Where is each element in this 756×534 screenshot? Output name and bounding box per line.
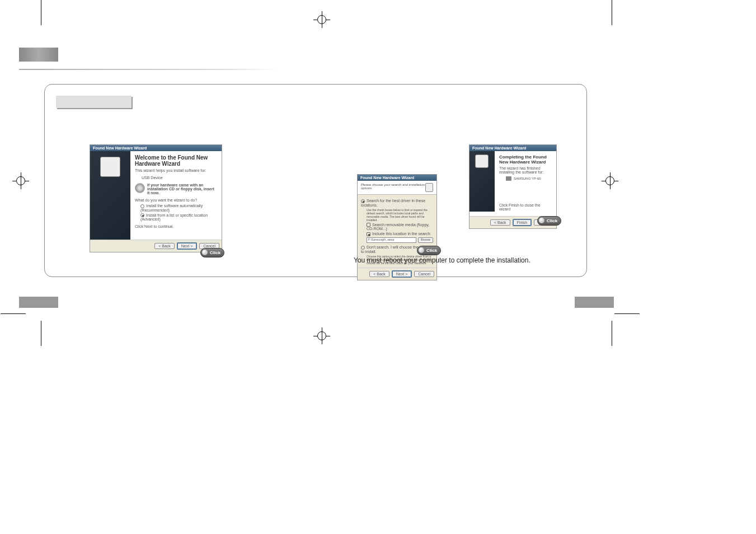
browse-button[interactable]: Browse: [418, 237, 433, 243]
crop-mark: [41, 321, 41, 346]
back-button[interactable]: < Back: [490, 219, 510, 226]
wizard-intro: This wizard helps you install software f…: [135, 168, 217, 172]
path-input[interactable]: F:\Samsung\fr_setup: [367, 237, 416, 243]
wizard-titlebar: Found New Hardware Wizard: [358, 175, 436, 181]
search-description: Use the check boxes below to limit or ex…: [367, 208, 433, 222]
wizard-header-text: Please choose your search and installati…: [361, 183, 425, 192]
close-hint: Click Finish to close the wizard: [499, 203, 552, 211]
footer-bar-right: [575, 297, 614, 308]
wizard-heading: Completing the Found New Hardware Wizard: [499, 154, 552, 165]
checkbox-include-location[interactable]: Include this location in the search:: [367, 232, 433, 236]
back-button[interactable]: < Back: [369, 271, 389, 277]
crop-mark: [1, 313, 26, 314]
cd-hint-text: If your hardware came with an installati…: [147, 183, 217, 195]
back-button[interactable]: < Back: [154, 243, 175, 249]
footer-bar-left: [19, 297, 58, 308]
hardware-icon: [475, 154, 489, 168]
registration-mark-top: [313, 11, 330, 28]
wizard-side-panel: [469, 151, 495, 212]
next-hint: Click Next to continue.: [135, 224, 217, 228]
cancel-button[interactable]: Cancel: [414, 271, 434, 277]
wizard-titlebar: Found New Hardware Wizard: [90, 145, 222, 151]
click-indicator: Click: [537, 216, 561, 226]
crop-mark: [614, 313, 640, 314]
click-indicator: Click: [200, 248, 224, 257]
wizard-question: What do you want the wizard to do?: [135, 198, 217, 202]
radio-search-best[interactable]: Search for the best driver in these loca…: [361, 199, 433, 207]
wizard-intro: The wizard has finished installing the s…: [499, 166, 552, 174]
registration-mark-left: [12, 172, 29, 189]
hardware-icon: [425, 183, 433, 192]
cd-icon: [135, 183, 145, 193]
content-panel: Found New Hardware Wizard Welcome to the…: [44, 84, 587, 277]
next-button[interactable]: Next >: [177, 242, 197, 250]
registration-mark-right: [602, 172, 618, 189]
registration-mark-bottom: [313, 327, 330, 344]
wizard-titlebar: Found New Hardware Wizard: [469, 145, 556, 151]
click-indicator: Click: [417, 246, 441, 255]
usb-icon: [506, 176, 511, 181]
next-button[interactable]: Next >: [392, 270, 412, 278]
wizard-search-options: Found New Hardware Wizard Please choose …: [357, 174, 437, 280]
wizard-heading: Welcome to the Found New Hardware Wizard: [135, 154, 217, 167]
header-line: [19, 69, 276, 70]
wizard-welcome: Found New Hardware Wizard Welcome to the…: [90, 144, 222, 252]
wizard-side-panel: [90, 151, 130, 240]
reboot-note: You must reboot your computer to complet…: [354, 256, 530, 264]
finish-button[interactable]: Finish: [513, 219, 532, 226]
section-label: [56, 96, 132, 108]
radio-auto[interactable]: Install the software automatically (Reco…: [140, 204, 217, 212]
device-name: USB Device: [142, 176, 217, 180]
crop-mark: [612, 321, 612, 346]
crop-mark: [41, 0, 41, 25]
radio-list[interactable]: Install from a list or specific location…: [140, 213, 217, 222]
header-bar: [19, 48, 58, 62]
hardware-icon: [100, 157, 120, 177]
device-name: SAMSUNG YP-60: [514, 177, 541, 180]
crop-mark: [612, 0, 612, 25]
checkbox-removable[interactable]: Search removable media (floppy, CD-ROM..…: [367, 223, 433, 231]
